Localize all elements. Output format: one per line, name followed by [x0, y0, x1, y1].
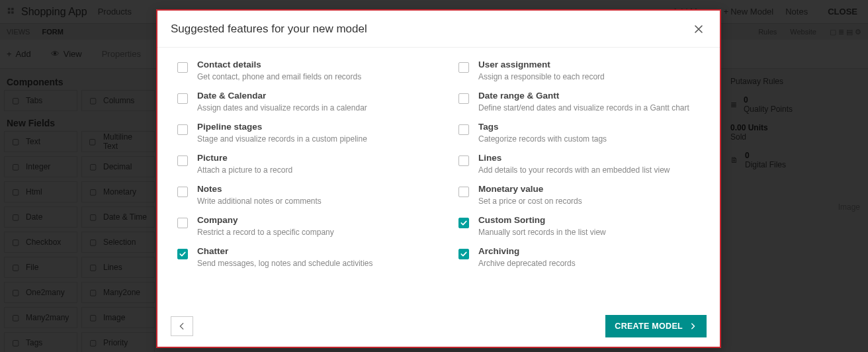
feature-custom-sorting[interactable]: Custom SortingManually sort records in t… [458, 215, 700, 237]
feature-checkbox[interactable] [458, 155, 469, 166]
feature-user-assignment[interactable]: User assignmentAssign a responsible to e… [458, 60, 700, 81]
feature-checkbox[interactable] [177, 155, 188, 166]
feature-label: Chatter [197, 246, 373, 256]
feature-pipeline-stages[interactable]: Pipeline stagesStage and visualize recor… [177, 122, 419, 144]
back-button[interactable] [171, 316, 193, 336]
feature-label: Lines [478, 153, 670, 163]
feature-description: Set a price or cost on records [478, 197, 582, 206]
feature-description: Manually sort records in the list view [478, 228, 606, 237]
feature-description: Assign a responsible to each record [478, 72, 605, 81]
close-icon[interactable] [691, 21, 707, 37]
feature-company[interactable]: CompanyRestrict a record to a specific c… [177, 215, 419, 237]
feature-tags[interactable]: TagsCategorize records with custom tags [458, 122, 700, 144]
feature-description: Write additional notes or comments [197, 197, 322, 206]
feature-label: Date range & Gantt [478, 91, 689, 101]
feature-label: Monetary value [478, 184, 582, 194]
feature-description: Attach a picture to a record [197, 165, 292, 175]
feature-description: Stage and visualize records in a custom … [197, 134, 367, 144]
feature-description: Send messages, log notes and schedule ac… [197, 259, 373, 268]
modal-body: Contact detailsGet contact, phone and em… [157, 48, 720, 310]
feature-date-range-gantt[interactable]: Date range & GanttDefine start/end dates… [458, 91, 700, 112]
feature-checkbox[interactable] [177, 124, 188, 135]
feature-checkbox[interactable] [458, 93, 469, 104]
feature-description: Assign dates and visualize records in a … [197, 103, 367, 112]
feature-label: Tags [478, 122, 607, 132]
create-model-button[interactable]: CREATE MODEL [605, 315, 707, 337]
feature-description: Define start/end dates and visualize rec… [478, 103, 689, 112]
feature-label: Custom Sorting [478, 215, 606, 225]
feature-checkbox[interactable] [177, 93, 188, 104]
feature-label: Archiving [478, 246, 576, 256]
feature-date-calendar[interactable]: Date & CalendarAssign dates and visualiz… [177, 91, 419, 112]
feature-checkbox[interactable] [458, 187, 469, 197]
feature-checkbox[interactable] [177, 249, 188, 259]
modal-header: Suggested features for your new model [157, 11, 720, 48]
modal-title: Suggested features for your new model [171, 22, 367, 36]
feature-label: Notes [197, 184, 322, 194]
feature-checkbox[interactable] [458, 62, 469, 73]
feature-contact-details[interactable]: Contact detailsGet contact, phone and em… [177, 60, 419, 81]
feature-description: Add details to your records with an embe… [478, 165, 670, 175]
feature-checkbox[interactable] [177, 62, 188, 73]
feature-monetary-value[interactable]: Monetary valueSet a price or cost on rec… [458, 184, 700, 206]
suggested-features-modal: Suggested features for your new model Co… [156, 9, 721, 348]
feature-label: Picture [197, 153, 292, 163]
modal-footer: CREATE MODEL [157, 310, 720, 347]
feature-lines[interactable]: LinesAdd details to your records with an… [458, 153, 700, 175]
feature-checkbox[interactable] [458, 218, 469, 228]
feature-checkbox[interactable] [458, 249, 469, 259]
feature-archiving[interactable]: ArchivingArchive deprecated records [458, 246, 700, 268]
feature-label: Pipeline stages [197, 122, 367, 132]
create-model-label: CREATE MODEL [615, 322, 683, 331]
feature-label: User assignment [478, 60, 605, 69]
features-grid: Contact detailsGet contact, phone and em… [177, 60, 700, 268]
feature-description: Archive deprecated records [478, 259, 576, 268]
feature-description: Restrict a record to a specific company [197, 228, 334, 237]
feature-picture[interactable]: PictureAttach a picture to a record [177, 153, 419, 175]
feature-description: Categorize records with custom tags [478, 134, 607, 144]
chevron-right-icon [689, 322, 697, 330]
feature-checkbox[interactable] [177, 218, 188, 228]
feature-label: Company [197, 215, 334, 225]
feature-notes[interactable]: NotesWrite additional notes or comments [177, 184, 419, 206]
feature-description: Get contact, phone and email fields on r… [197, 72, 361, 81]
feature-checkbox[interactable] [177, 187, 188, 197]
feature-checkbox[interactable] [458, 124, 469, 135]
feature-chatter[interactable]: ChatterSend messages, log notes and sche… [177, 246, 419, 268]
feature-label: Contact details [197, 60, 361, 69]
feature-label: Date & Calendar [197, 91, 367, 101]
